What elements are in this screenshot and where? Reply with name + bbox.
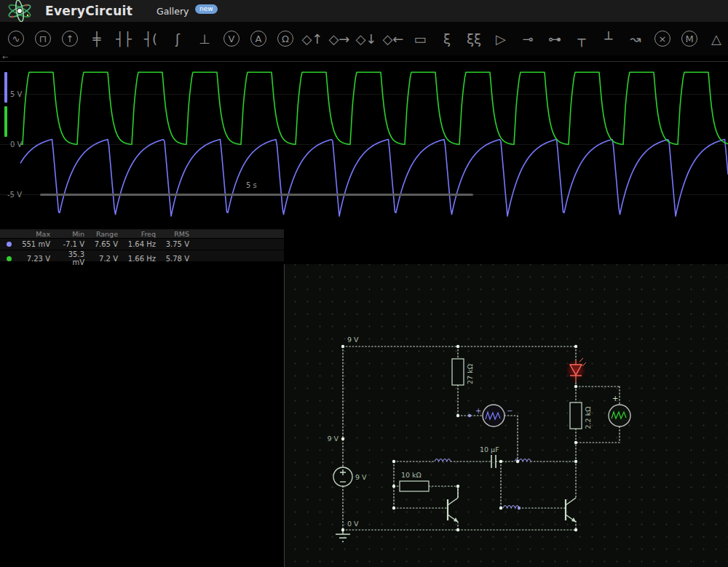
transformer-icon[interactable]: ξξ [464,29,483,48]
resistor-27k-label: 27 kΩ [466,364,474,384]
voltmeter-minus-sign: − [507,407,513,415]
scroll-left-icon[interactable]: ← [2,53,8,61]
resistor-27k[interactable]: 27 kΩ [452,359,474,385]
motor-icon[interactable]: M [681,31,697,47]
polarized-capacitor-icon[interactable]: ┤( [141,29,160,48]
channel-dot-green [7,256,12,261]
everycircuit-app: EveryCircuit Gallery new ∿⊓↑╪┤├┤(ʃ⊥VAΩ◇↑… [0,0,728,567]
channel-dot-blue [7,242,12,247]
current-flow-squiggles [435,459,531,509]
inductor-icon[interactable]: ʃ [168,29,187,48]
battery-9v[interactable] [333,467,352,486]
battery-icon[interactable]: ╪ [87,29,106,48]
cccs-icon[interactable]: ◇← [384,29,403,48]
transistor-q2[interactable] [566,498,576,522]
bottom-rail-voltage-label: 0 V [347,520,359,528]
channel-indicator-blue[interactable] [4,72,7,103]
measurement-row-green: 7.23 V35.3 mV7.2 V1.66 Hz5.78 V [0,250,284,262]
relay-icon[interactable]: ┴ [599,29,618,48]
op-amp-icon[interactable]: ▷ [491,29,510,48]
y-axis-label-5v: 5 V [10,90,22,98]
coil-icon[interactable]: ξ [438,29,456,48]
app-logo[interactable] [3,0,36,25]
app-title: EveryCircuit [45,4,132,18]
resistor-10k[interactable]: 10 kΩ [400,471,429,491]
pulse-source-icon[interactable]: ⊓ [35,31,51,47]
circuit-svg: 9 V 27 kΩ 2.2 kΩ [285,264,728,567]
ohmmeter-icon[interactable]: Ω [277,31,293,47]
fuse-icon[interactable]: ▭ [411,29,430,48]
component-toolbar: ∿⊓↑╪┤├┤(ʃ⊥VAΩ◇↑◇→◇↓◇←▭ξξξ▷⊸⊶┬┴↝×M△ [0,22,728,55]
scope-svg[interactable] [0,62,728,228]
led[interactable] [563,358,588,383]
battery-voltage-label: 9 V [355,473,367,481]
capacitor-icon[interactable]: ┤├ [114,29,133,48]
potentiometer-icon[interactable]: ↝ [626,29,645,48]
left-node-voltage-label: 9 V [327,435,339,443]
voltmeter-icon[interactable]: V [223,31,240,47]
ground-symbol[interactable] [336,530,350,542]
new-badge: new [195,4,218,14]
measurements-panel: MaxMinRangeFreqRMS551 mV-7.1 V7.65 V1.64… [0,229,284,262]
voltmeter-plus-sign: + [475,407,481,415]
header-bar: EveryCircuit Gallery new [0,0,728,22]
resistor-2.2k[interactable]: 2.2 kΩ [570,403,592,429]
capacitor-10uf[interactable]: 10 µF [480,445,499,468]
measurement-row-blue: 551 mV-7.1 V7.65 V1.64 Hz3.75 V [0,239,284,250]
ccvs-icon[interactable]: ◇→ [330,29,349,48]
ground-icon[interactable]: ⊥ [195,29,214,48]
vccs-icon[interactable]: ◇↓ [357,29,376,48]
transistor-q1[interactable] [448,486,458,522]
timeline-scrollbar[interactable] [40,194,473,196]
toolbar-scrollbar[interactable]: ← [0,55,728,62]
vcvs-icon[interactable]: ◇↑ [303,29,322,48]
current-source-icon[interactable]: ↑ [62,31,78,47]
channel-indicator-green[interactable] [4,106,7,137]
y-axis-label-neg5v: -5 V [7,191,22,199]
switch-closed-icon[interactable]: ⊶ [545,29,564,48]
multiplier-icon[interactable]: × [654,31,670,47]
time-span-label: 5 s [246,181,257,189]
capacitor-10uf-label: 10 µF [480,445,499,453]
switch-open-icon[interactable]: ⊸ [518,29,537,48]
resistor-10k-label: 10 kΩ [401,471,422,479]
gallery-link[interactable]: Gallery [157,6,189,17]
y-axis-label-0v: 0 V [10,140,22,148]
resistor-2.2k-label: 2.2 kΩ [584,407,592,429]
comparator-icon[interactable]: △ [707,29,726,48]
probe-plus-sign: + [612,394,618,403]
waveform-green [20,72,728,144]
push-button-icon[interactable]: ┬ [572,29,591,48]
oscilloscope-panel: 5 V 0 V -5 V 5 s [0,62,728,228]
circuit-canvas[interactable]: 9 V 27 kΩ 2.2 kΩ [284,264,728,567]
ammeter-icon[interactable]: A [250,31,266,47]
ac-source-icon[interactable]: ∿ [8,31,24,47]
top-rail-voltage-label: 9 V [347,336,359,344]
waveform-blue [20,140,728,217]
measurements-header: MaxMinRangeFreqRMS [0,229,284,239]
